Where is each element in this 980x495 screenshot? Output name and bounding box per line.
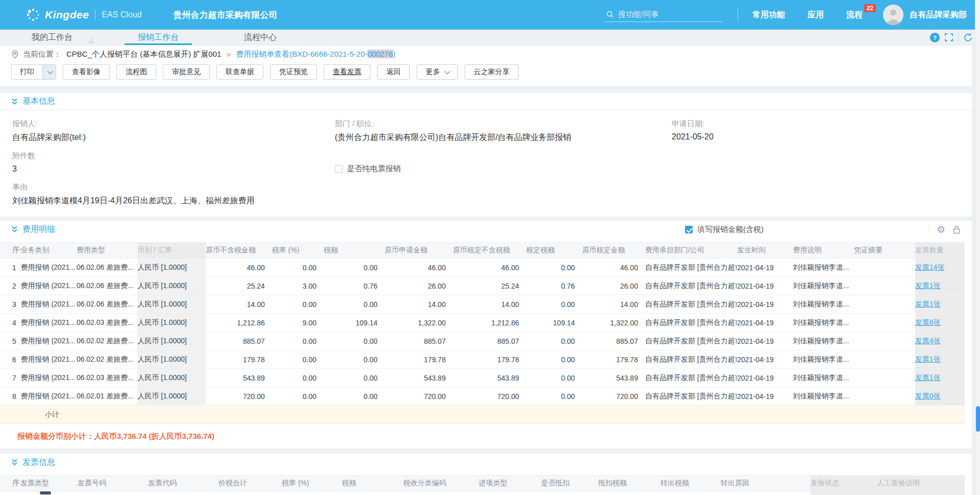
subtotal-label: 小计 <box>45 410 59 419</box>
table-cell: 自有品牌开发部 [贵州合力超市... <box>645 314 737 332</box>
column-header[interactable]: 原币不含税金额 <box>206 243 272 258</box>
invoice-count-link[interactable]: 发票1张 <box>915 373 941 382</box>
column-header[interactable]: 税额 <box>324 243 385 258</box>
column-header[interactable]: 凭证摘要 <box>854 243 915 258</box>
nav-common-functions[interactable]: 常用功能 <box>752 10 785 20</box>
search-input[interactable] <box>618 10 720 18</box>
invoice-count-link[interactable]: 发票0张 <box>915 392 941 400</box>
column-header[interactable]: 抵扣税额 <box>598 476 660 491</box>
print-button[interactable]: 打印 <box>11 64 56 80</box>
table-row[interactable]: 1费用报销 (2021...06.02.06 差旅费...人民币 [1.0000… <box>0 258 965 277</box>
view-image-button[interactable]: 查看影像 <box>63 64 110 80</box>
column-header[interactable]: 进项类型 <box>479 476 541 491</box>
table-cell: 0.00 <box>272 369 324 387</box>
invoice-count-link[interactable]: 发票4张 <box>915 337 941 345</box>
invoice-count-link[interactable]: 发票1张 <box>915 300 941 308</box>
column-header[interactable]: 价税合计 <box>218 476 282 491</box>
e-invoice-checkbox[interactable] <box>335 165 342 173</box>
invoice-count-link[interactable]: 发票8张 <box>915 318 941 326</box>
table-cell: 885.07 <box>206 332 272 350</box>
column-header[interactable]: 业务类别 <box>21 243 77 258</box>
table-cell: 发票1张 <box>915 350 965 369</box>
refresh-icon[interactable] <box>963 33 973 42</box>
column-header[interactable]: 税率 (%) <box>272 243 324 258</box>
column-header[interactable]: 税收分类编码 <box>403 476 479 491</box>
table-row[interactable]: 8费用报销 (2021...06.02.01 差旅费...人民币 [1.0000… <box>0 387 965 406</box>
currency-subtotal: 报销金额分币别小计：人民币3,736.74 (折人民币3,736.74) <box>0 424 972 449</box>
voucher-preview-button[interactable]: 凭证预览 <box>270 64 317 80</box>
column-header[interactable]: 税额 <box>342 476 403 491</box>
back-button[interactable]: 返回 <box>377 64 410 80</box>
gear-icon[interactable]: ⚙ <box>937 225 945 234</box>
tab-splitter <box>89 38 97 43</box>
more-button[interactable]: 更多 <box>416 64 458 80</box>
column-header[interactable]: 人工查验说明 <box>877 476 965 491</box>
column-header[interactable]: 发票类型 <box>20 476 78 491</box>
collapse-chevrons-icon[interactable] <box>11 98 18 105</box>
view-invoice-button[interactable]: 查看发票 <box>324 64 371 80</box>
avatar[interactable] <box>883 5 903 25</box>
column-header[interactable]: 发票号码 <box>78 476 148 491</box>
collapse-chevrons-icon[interactable] <box>11 226 18 233</box>
vertical-scrollbar[interactable] <box>975 0 980 495</box>
column-header[interactable]: 币别 / 汇率 <box>137 243 206 258</box>
column-header[interactable]: 费用说明 <box>793 243 854 258</box>
horizontal-scrollbar-thumb[interactable] <box>40 491 51 494</box>
column-header[interactable]: 费用类型 <box>77 243 138 258</box>
basic-info-header[interactable]: 基本信息 <box>0 93 972 110</box>
tab-my-workbench[interactable]: 我的工作台 <box>18 30 86 45</box>
vertical-scrollbar-thumb[interactable] <box>976 406 980 432</box>
column-header[interactable]: 查验状态 <box>811 476 877 491</box>
collapse-chevrons-icon[interactable] <box>11 459 18 466</box>
tab-process-center[interactable]: 流程中心 <box>231 30 290 45</box>
nav-apps[interactable]: 应用 <box>807 10 824 20</box>
column-header[interactable]: 序号 <box>0 476 20 491</box>
column-header[interactable]: 发票代码 <box>148 476 218 491</box>
reason-value: 刘佳颖报销李道模4月19日-4月26日出差武汉、上海、福州差旅费用 <box>12 196 960 206</box>
invoice-count-link[interactable]: 发票14张 <box>915 263 945 271</box>
table-row[interactable]: 6费用报销 (2021...06.02.02 差旅费...人民币 [1.0000… <box>0 350 965 369</box>
breadcrumb-current-link[interactable]: 费用报销单查看(BXD-6666-2021-5-20-000276) <box>236 50 396 59</box>
flowchart-button[interactable]: 流程图 <box>116 64 156 80</box>
column-header[interactable]: 核定税额 <box>526 243 582 258</box>
column-header[interactable]: 发票数量 <box>915 243 965 258</box>
column-header[interactable]: 发生时间 <box>737 243 793 258</box>
breadcrumb: 当前位置： CPBC_个人报销平台 (基本信息展开) 扩展001 > 费用报销单… <box>0 50 972 62</box>
brand[interactable]: Kingdee EAS Cloud <box>27 8 142 21</box>
fill-amount-with-tax-checkbox[interactable] <box>685 226 693 233</box>
table-row[interactable]: 5费用报销 (2021...06.02.02 差旅费...人民币 [1.0000… <box>0 332 965 350</box>
fullscreen-icon[interactable] <box>944 33 953 42</box>
approval-opinion-button[interactable]: 审批意见 <box>163 64 210 80</box>
section-title: 发票信息 <box>22 457 55 468</box>
column-header[interactable]: 费用承担部门/公司 <box>645 243 737 258</box>
print-dropdown-icon[interactable] <box>42 65 56 79</box>
global-search[interactable] <box>605 8 722 22</box>
lock-icon[interactable] <box>952 225 961 234</box>
user-area[interactable]: 自有品牌采购部 <box>883 5 967 25</box>
invoice-info-header[interactable]: 发票信息 <box>0 454 972 471</box>
invoice-count-link[interactable]: 发票1张 <box>915 281 941 290</box>
header-nav: 常用功能 应用 流程 22 <box>752 10 863 20</box>
column-header[interactable]: 原币核定不含税额 <box>453 243 526 258</box>
column-header[interactable]: 是否抵扣 <box>541 476 598 491</box>
table-row[interactable]: 4费用报销 (2021...06.02.03 差旅费...人民币 [1.0000… <box>0 314 965 332</box>
horizontal-scrollbar[interactable] <box>0 491 972 495</box>
column-header[interactable]: 转出税额 <box>660 476 721 491</box>
yunzhijia-share-button[interactable]: 云之家分享 <box>464 64 519 80</box>
table-cell: 人民币 [1.0000] <box>137 314 206 332</box>
column-header[interactable]: 序号 <box>0 243 21 258</box>
nav-workflow[interactable]: 流程 22 <box>846 10 863 20</box>
column-header[interactable]: 转出原因 <box>721 476 811 491</box>
column-header[interactable]: 原币申请金额 <box>385 243 453 258</box>
table-row[interactable]: 2费用报销 (2021...06.02.06 差旅费...人民币 [1.0000… <box>0 277 965 295</box>
table-cell: 0.00 <box>324 350 385 369</box>
linked-bills-button[interactable]: 联查单据 <box>216 64 263 80</box>
column-header[interactable]: 原币核定金额 <box>582 243 645 258</box>
column-header[interactable]: 税率 (%) <box>282 476 342 491</box>
invoice-count-link[interactable]: 发票1张 <box>915 355 941 363</box>
tab-reimbursement-workbench[interactable]: 报销工作台 <box>125 30 192 45</box>
expense-detail-header[interactable]: 费用明细 填写报销金额(含税) ⚙ <box>0 221 972 238</box>
table-row[interactable]: 3费用报销 (2021...06.02.06 差旅费...人民币 [1.0000… <box>0 295 965 314</box>
table-row[interactable]: 7费用报销 (2021...06.02.03 差旅费...人民币 [1.0000… <box>0 369 965 387</box>
help-icon[interactable]: ? <box>930 33 940 42</box>
